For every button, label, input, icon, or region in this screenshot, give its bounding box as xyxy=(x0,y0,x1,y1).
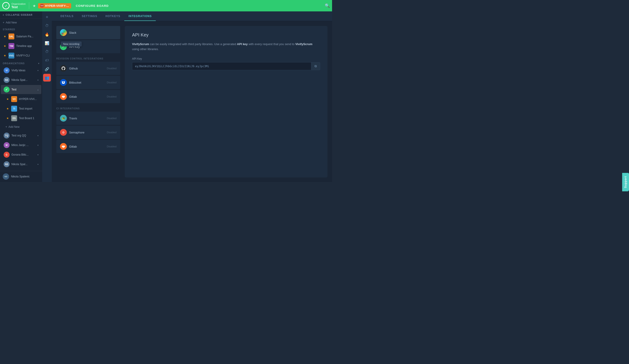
sidebar-item-gorana-bilic[interactable]: G Gorana Bilic... ▾ xyxy=(1,150,41,159)
ci-integrations-header: CI INTEGRATIONS xyxy=(56,104,120,111)
organizations-section-label: ORGANIZATIONS ▾ xyxy=(0,60,42,66)
api-key-name: API Key xyxy=(69,45,117,49)
avatar: TQ xyxy=(4,133,9,138)
tab-details[interactable]: DETAILS xyxy=(56,12,78,21)
sidebar-item-vivify-ideas[interactable]: VI Vivify Ideas ▾ xyxy=(1,66,41,75)
icon-sidebar: ≡ ⏱ 🔥 📊 ⏱ 🏷 🔗 👥 xyxy=(42,11,52,182)
integration-api-key[interactable]: ✓ API Key xyxy=(56,40,120,53)
history-icon-btn[interactable]: ⏱ xyxy=(43,22,51,30)
sidebar-item-salarium[interactable]: ★ SAL Salarium Pa... xyxy=(1,32,41,41)
avatar: ✓ xyxy=(4,87,9,92)
star-icon: ★ xyxy=(4,35,6,38)
avatar: NS xyxy=(4,161,9,167)
sidebar-item-test-org-qq[interactable]: TQ Test org QQ ▾ xyxy=(1,131,41,140)
layers-icon-btn[interactable]: ≡ xyxy=(43,13,51,21)
add-new-board-button[interactable]: + Add New xyxy=(0,123,42,131)
avatar: SAL xyxy=(8,33,14,39)
clock-icon-btn[interactable]: ⏱ xyxy=(43,48,51,56)
starred-section-label: STARRED xyxy=(0,26,42,32)
sidebar-item-milos-janjic[interactable]: M Milos Janjic ... ▾ xyxy=(1,141,41,150)
sidebar-item-label: Timeline app xyxy=(16,44,38,48)
sidebar-item-vivify-cli[interactable]: ★ VVG VIVIFY-CLI xyxy=(1,51,41,60)
integration-gitlab-ci[interactable]: Gitlab Disabled xyxy=(56,140,120,153)
org-sub-label: Test xyxy=(11,5,25,9)
revision-control-header: REVISION CONTROL INTEGRATIONS xyxy=(56,54,120,61)
sidebar-item-nikola-spal[interactable]: NS Nikola Spal... ▾ xyxy=(1,75,41,85)
bitbucket-icon xyxy=(60,79,67,86)
tag-icon-btn[interactable]: 🏷 xyxy=(43,57,51,64)
board-badge[interactable]: VV HYPER-VIVIFY-... xyxy=(38,3,71,8)
user-name: Nikola Spalevic xyxy=(11,175,39,178)
tab-bar: DETAILS SETTINGS HOTKEYS INTEGRATIONS xyxy=(52,11,332,21)
integration-bitbucket[interactable]: Bitbucket Disabled xyxy=(56,76,120,89)
api-key-input-row: ⧉ xyxy=(132,62,320,70)
star-icon: ★ xyxy=(6,107,9,110)
org-info: Organization Test xyxy=(11,2,25,9)
integration-slack[interactable]: Slack New recording xyxy=(56,26,120,39)
sidebar-item-timeline[interactable]: ★ TIM Timeline app xyxy=(1,41,41,51)
desc-middle-2: with every request that you send to xyxy=(249,42,295,46)
integration-semaphore[interactable]: ⚙ Semaphore Disabled xyxy=(56,126,120,139)
api-key-icon: ✓ xyxy=(60,43,67,50)
configure-label: CONFIGURE BOARD xyxy=(76,4,109,7)
sidebar-item-label: Vivify Ideas xyxy=(11,69,36,72)
sidebar-item-test-board-1[interactable]: ★ DS Test Board 1 xyxy=(1,114,41,123)
travis-name: Travis xyxy=(69,117,104,120)
tab-integrations[interactable]: INTEGRATIONS xyxy=(124,12,156,21)
search-icon[interactable]: 🔍 xyxy=(325,3,330,8)
sidebar-item-label: Salarium Pa... xyxy=(16,35,38,38)
sidebar-item-label: Milos Janjic ... xyxy=(11,144,36,147)
sidebar-item-label: HYPER-VIVI... xyxy=(19,97,38,101)
sidebar-item-label: Nikola Spal... xyxy=(11,78,36,82)
brand-name-1: VivifyScrum xyxy=(132,42,149,46)
integration-github[interactable]: Github Disabled xyxy=(56,62,120,75)
tab-hotkeys[interactable]: HOTKEYS xyxy=(101,12,124,21)
collapse-sidebar-button[interactable]: « COLLAPSE SIDEBAR xyxy=(0,11,42,19)
sidebar-item-label: Test import xyxy=(19,107,38,110)
sidebar-item-nikola-spal-2[interactable]: NS Nikola Spal... ▾ xyxy=(1,160,41,169)
team-icon-btn[interactable]: 👥 xyxy=(43,74,51,82)
avatar: VI xyxy=(4,67,9,73)
slack-name: Slack xyxy=(69,31,117,34)
gitlab-ci-icon xyxy=(60,143,67,150)
avatar: G xyxy=(4,152,9,158)
api-key-bold: API key xyxy=(237,42,248,46)
content-area: DETAILS SETTINGS HOTKEYS INTEGRATIONS xyxy=(52,11,332,182)
star-icon: ★ xyxy=(4,44,6,48)
sidebar-item-hyper-vivi[interactable]: ★ VV HYPER-VIVI... xyxy=(1,94,41,104)
avatar: M xyxy=(4,142,9,148)
sidebar-item-label: Gorana Bilic... xyxy=(11,153,36,156)
copy-icon: ⧉ xyxy=(314,64,317,68)
add-new-board-label: Add New xyxy=(8,125,20,128)
gitlab-ci-status: Disabled xyxy=(107,145,117,148)
integrations-content: Slack New recording ✓ API Key REVISION C… xyxy=(52,21,332,182)
bottom-user[interactable]: NS Nikola Spalevic xyxy=(0,171,42,182)
integrations-list: Slack New recording ✓ API Key REVISION C… xyxy=(56,26,120,178)
sidebar-item-test-import[interactable]: ★ TI Test import xyxy=(1,104,41,113)
integration-gitlab-revision[interactable]: Gitlab Disabled xyxy=(56,90,120,103)
api-key-copy-button[interactable]: ⧉ xyxy=(311,62,320,70)
sidebar-item-test[interactable]: ✓ Test ▴ xyxy=(1,85,41,94)
link-icon-btn[interactable]: 🔗 xyxy=(43,65,51,73)
star-icon: ★ xyxy=(6,117,9,120)
travis-status: Disabled xyxy=(107,117,117,120)
integration-travis[interactable]: 🐢 Travis Disabled xyxy=(56,112,120,125)
add-new-button[interactable]: + Add New xyxy=(0,19,42,26)
api-key-input[interactable] xyxy=(132,62,311,70)
main-layout: « COLLAPSE SIDEBAR + Add New STARRED ★ S… xyxy=(0,11,332,182)
sidebar: « COLLAPSE SIDEBAR + Add New STARRED ★ S… xyxy=(0,11,42,182)
sidebar-item-label: VIVIFY-CLI xyxy=(16,54,38,57)
sidebar-item-label: Test xyxy=(11,88,36,91)
brand-name-2: VivifyScrum xyxy=(295,42,313,46)
chart-icon-btn[interactable]: 📊 xyxy=(43,39,51,47)
collapse-icon: « xyxy=(3,14,4,16)
fire-icon-btn[interactable]: 🔥 xyxy=(43,30,51,38)
api-key-description: VivifyScrum can be easily integrated wit… xyxy=(132,42,320,52)
chevron-down-icon: ▾ xyxy=(37,144,38,146)
board-star-icon[interactable]: ★ xyxy=(33,4,36,8)
avatar: TIM xyxy=(8,43,14,49)
gitlab-icon xyxy=(60,93,67,100)
board-name: HYPER-VIVIFY-... xyxy=(45,4,69,7)
semaphore-icon: ⚙ xyxy=(60,129,67,136)
tab-settings[interactable]: SETTINGS xyxy=(78,12,101,21)
